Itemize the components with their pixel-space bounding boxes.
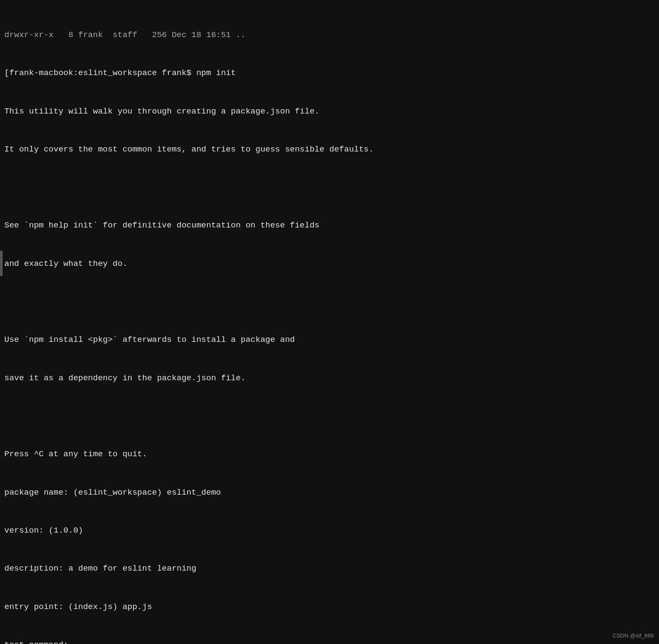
terminal-window: drwxr-xr-x 8 frank staff 256 Dec 18 16:5…: [0, 0, 659, 644]
line-1: drwxr-xr-x 8 frank staff 256 Dec 18 16:5…: [4, 29, 655, 41]
line-10: save it as a dependency in the package.j…: [4, 372, 655, 385]
terminal-content: drwxr-xr-x 8 frank staff 256 Dec 18 16:5…: [0, 0, 659, 644]
line-9: Use `npm install <pkg>` afterwards to in…: [4, 334, 655, 346]
line-2: [frank-macbook:eslint_workspace frank$ n…: [4, 67, 655, 79]
scrollbar[interactable]: [0, 250, 3, 276]
watermark: CSDN @sif_666: [612, 632, 654, 639]
line-7: and exactly what they do.: [4, 258, 655, 270]
line-4: It only covers the most common items, an…: [4, 143, 655, 156]
line-8: [4, 296, 655, 308]
line-14: version: (1.0.0): [4, 524, 655, 537]
line-11: [4, 410, 655, 423]
line-6: See `npm help init` for definitive docum…: [4, 219, 655, 232]
line-16: entry point: (index.js) app.js: [4, 601, 655, 613]
line-15: description: a demo for eslint learning: [4, 562, 655, 575]
line-12: Press ^C at any time to quit.: [4, 448, 655, 461]
line-13: package name: (eslint_workspace) eslint_…: [4, 486, 655, 499]
line-5: [4, 181, 655, 194]
line-3: This utility will walk you through creat…: [4, 105, 655, 118]
line-17: test command:: [4, 639, 655, 644]
